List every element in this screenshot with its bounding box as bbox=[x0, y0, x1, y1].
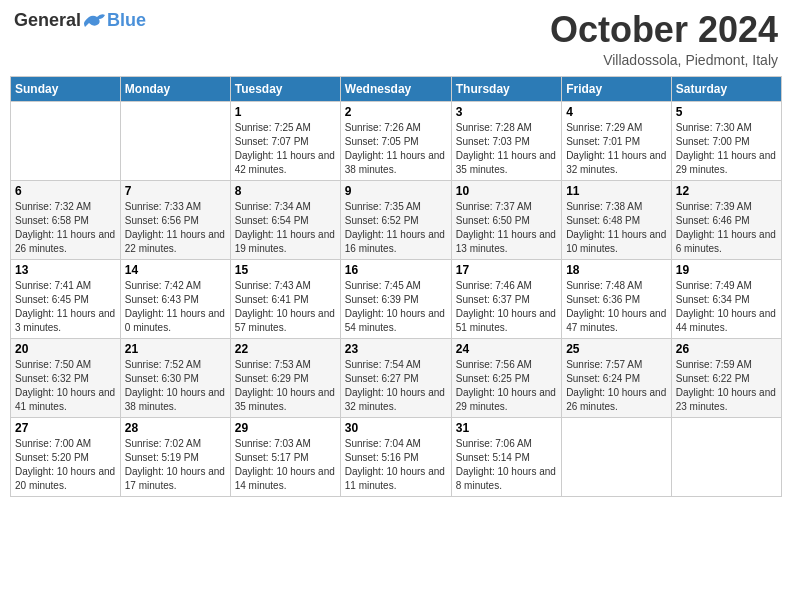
calendar-cell: 18Sunrise: 7:48 AMSunset: 6:36 PMDayligh… bbox=[562, 259, 672, 338]
day-number: 8 bbox=[235, 184, 336, 198]
calendar-week-row: 20Sunrise: 7:50 AMSunset: 6:32 PMDayligh… bbox=[11, 338, 782, 417]
day-info: Sunrise: 7:48 AMSunset: 6:36 PMDaylight:… bbox=[566, 279, 667, 335]
day-number: 28 bbox=[125, 421, 226, 435]
calendar-cell: 24Sunrise: 7:56 AMSunset: 6:25 PMDayligh… bbox=[451, 338, 561, 417]
calendar-cell: 8Sunrise: 7:34 AMSunset: 6:54 PMDaylight… bbox=[230, 180, 340, 259]
day-info: Sunrise: 7:50 AMSunset: 6:32 PMDaylight:… bbox=[15, 358, 116, 414]
day-number: 4 bbox=[566, 105, 667, 119]
day-number: 22 bbox=[235, 342, 336, 356]
logo-bird-icon bbox=[83, 11, 107, 31]
day-number: 17 bbox=[456, 263, 557, 277]
logo: General Blue bbox=[14, 10, 146, 31]
calendar-table: SundayMondayTuesdayWednesdayThursdayFrid… bbox=[10, 76, 782, 497]
day-number: 14 bbox=[125, 263, 226, 277]
calendar-cell: 9Sunrise: 7:35 AMSunset: 6:52 PMDaylight… bbox=[340, 180, 451, 259]
calendar-cell: 5Sunrise: 7:30 AMSunset: 7:00 PMDaylight… bbox=[671, 101, 781, 180]
day-of-week-header: Monday bbox=[120, 76, 230, 101]
day-info: Sunrise: 7:34 AMSunset: 6:54 PMDaylight:… bbox=[235, 200, 336, 256]
calendar-cell: 15Sunrise: 7:43 AMSunset: 6:41 PMDayligh… bbox=[230, 259, 340, 338]
calendar-header-row: SundayMondayTuesdayWednesdayThursdayFrid… bbox=[11, 76, 782, 101]
day-info: Sunrise: 7:38 AMSunset: 6:48 PMDaylight:… bbox=[566, 200, 667, 256]
day-info: Sunrise: 7:26 AMSunset: 7:05 PMDaylight:… bbox=[345, 121, 447, 177]
calendar-cell: 10Sunrise: 7:37 AMSunset: 6:50 PMDayligh… bbox=[451, 180, 561, 259]
calendar-cell: 3Sunrise: 7:28 AMSunset: 7:03 PMDaylight… bbox=[451, 101, 561, 180]
day-number: 31 bbox=[456, 421, 557, 435]
calendar-cell: 31Sunrise: 7:06 AMSunset: 5:14 PMDayligh… bbox=[451, 417, 561, 496]
day-number: 19 bbox=[676, 263, 777, 277]
calendar-cell: 12Sunrise: 7:39 AMSunset: 6:46 PMDayligh… bbox=[671, 180, 781, 259]
calendar-cell: 30Sunrise: 7:04 AMSunset: 5:16 PMDayligh… bbox=[340, 417, 451, 496]
day-number: 25 bbox=[566, 342, 667, 356]
calendar-cell: 2Sunrise: 7:26 AMSunset: 7:05 PMDaylight… bbox=[340, 101, 451, 180]
day-of-week-header: Sunday bbox=[11, 76, 121, 101]
day-number: 13 bbox=[15, 263, 116, 277]
day-number: 30 bbox=[345, 421, 447, 435]
day-info: Sunrise: 7:43 AMSunset: 6:41 PMDaylight:… bbox=[235, 279, 336, 335]
day-number: 18 bbox=[566, 263, 667, 277]
calendar-cell bbox=[120, 101, 230, 180]
day-info: Sunrise: 7:53 AMSunset: 6:29 PMDaylight:… bbox=[235, 358, 336, 414]
day-info: Sunrise: 7:42 AMSunset: 6:43 PMDaylight:… bbox=[125, 279, 226, 335]
location-text: Villadossola, Piedmont, Italy bbox=[550, 52, 778, 68]
day-number: 26 bbox=[676, 342, 777, 356]
day-info: Sunrise: 7:37 AMSunset: 6:50 PMDaylight:… bbox=[456, 200, 557, 256]
day-number: 7 bbox=[125, 184, 226, 198]
calendar-cell: 28Sunrise: 7:02 AMSunset: 5:19 PMDayligh… bbox=[120, 417, 230, 496]
title-section: October 2024 Villadossola, Piedmont, Ita… bbox=[550, 10, 778, 68]
calendar-cell: 22Sunrise: 7:53 AMSunset: 6:29 PMDayligh… bbox=[230, 338, 340, 417]
calendar-week-row: 27Sunrise: 7:00 AMSunset: 5:20 PMDayligh… bbox=[11, 417, 782, 496]
calendar-week-row: 13Sunrise: 7:41 AMSunset: 6:45 PMDayligh… bbox=[11, 259, 782, 338]
calendar-cell: 1Sunrise: 7:25 AMSunset: 7:07 PMDaylight… bbox=[230, 101, 340, 180]
day-number: 21 bbox=[125, 342, 226, 356]
day-number: 2 bbox=[345, 105, 447, 119]
day-number: 1 bbox=[235, 105, 336, 119]
day-of-week-header: Wednesday bbox=[340, 76, 451, 101]
calendar-cell bbox=[11, 101, 121, 180]
day-info: Sunrise: 7:46 AMSunset: 6:37 PMDaylight:… bbox=[456, 279, 557, 335]
logo-general-text: General bbox=[14, 10, 81, 31]
day-info: Sunrise: 7:56 AMSunset: 6:25 PMDaylight:… bbox=[456, 358, 557, 414]
calendar-cell bbox=[562, 417, 672, 496]
day-number: 12 bbox=[676, 184, 777, 198]
day-info: Sunrise: 7:00 AMSunset: 5:20 PMDaylight:… bbox=[15, 437, 116, 493]
calendar-cell: 29Sunrise: 7:03 AMSunset: 5:17 PMDayligh… bbox=[230, 417, 340, 496]
calendar-cell: 6Sunrise: 7:32 AMSunset: 6:58 PMDaylight… bbox=[11, 180, 121, 259]
day-info: Sunrise: 7:30 AMSunset: 7:00 PMDaylight:… bbox=[676, 121, 777, 177]
day-info: Sunrise: 7:45 AMSunset: 6:39 PMDaylight:… bbox=[345, 279, 447, 335]
calendar-cell: 16Sunrise: 7:45 AMSunset: 6:39 PMDayligh… bbox=[340, 259, 451, 338]
calendar-cell bbox=[671, 417, 781, 496]
day-number: 29 bbox=[235, 421, 336, 435]
day-number: 3 bbox=[456, 105, 557, 119]
day-info: Sunrise: 7:35 AMSunset: 6:52 PMDaylight:… bbox=[345, 200, 447, 256]
day-number: 27 bbox=[15, 421, 116, 435]
calendar-cell: 26Sunrise: 7:59 AMSunset: 6:22 PMDayligh… bbox=[671, 338, 781, 417]
calendar-cell: 19Sunrise: 7:49 AMSunset: 6:34 PMDayligh… bbox=[671, 259, 781, 338]
day-info: Sunrise: 7:06 AMSunset: 5:14 PMDaylight:… bbox=[456, 437, 557, 493]
calendar-cell: 13Sunrise: 7:41 AMSunset: 6:45 PMDayligh… bbox=[11, 259, 121, 338]
calendar-cell: 11Sunrise: 7:38 AMSunset: 6:48 PMDayligh… bbox=[562, 180, 672, 259]
day-info: Sunrise: 7:39 AMSunset: 6:46 PMDaylight:… bbox=[676, 200, 777, 256]
day-number: 16 bbox=[345, 263, 447, 277]
day-info: Sunrise: 7:41 AMSunset: 6:45 PMDaylight:… bbox=[15, 279, 116, 335]
day-of-week-header: Friday bbox=[562, 76, 672, 101]
day-info: Sunrise: 7:29 AMSunset: 7:01 PMDaylight:… bbox=[566, 121, 667, 177]
calendar-cell: 21Sunrise: 7:52 AMSunset: 6:30 PMDayligh… bbox=[120, 338, 230, 417]
day-number: 5 bbox=[676, 105, 777, 119]
calendar-cell: 17Sunrise: 7:46 AMSunset: 6:37 PMDayligh… bbox=[451, 259, 561, 338]
day-number: 6 bbox=[15, 184, 116, 198]
day-number: 23 bbox=[345, 342, 447, 356]
day-info: Sunrise: 7:03 AMSunset: 5:17 PMDaylight:… bbox=[235, 437, 336, 493]
calendar-week-row: 6Sunrise: 7:32 AMSunset: 6:58 PMDaylight… bbox=[11, 180, 782, 259]
calendar-cell: 20Sunrise: 7:50 AMSunset: 6:32 PMDayligh… bbox=[11, 338, 121, 417]
day-info: Sunrise: 7:25 AMSunset: 7:07 PMDaylight:… bbox=[235, 121, 336, 177]
day-number: 11 bbox=[566, 184, 667, 198]
calendar-cell: 27Sunrise: 7:00 AMSunset: 5:20 PMDayligh… bbox=[11, 417, 121, 496]
calendar-week-row: 1Sunrise: 7:25 AMSunset: 7:07 PMDaylight… bbox=[11, 101, 782, 180]
day-info: Sunrise: 7:49 AMSunset: 6:34 PMDaylight:… bbox=[676, 279, 777, 335]
day-number: 10 bbox=[456, 184, 557, 198]
day-number: 9 bbox=[345, 184, 447, 198]
day-number: 15 bbox=[235, 263, 336, 277]
day-info: Sunrise: 7:52 AMSunset: 6:30 PMDaylight:… bbox=[125, 358, 226, 414]
calendar-cell: 23Sunrise: 7:54 AMSunset: 6:27 PMDayligh… bbox=[340, 338, 451, 417]
day-of-week-header: Tuesday bbox=[230, 76, 340, 101]
